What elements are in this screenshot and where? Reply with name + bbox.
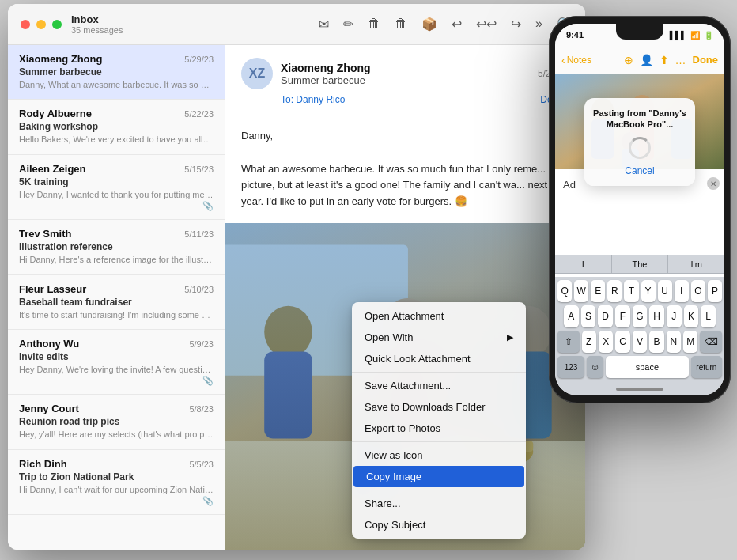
- date-6: 5/8/23: [189, 404, 214, 414]
- key-emoji[interactable]: ☺: [587, 356, 603, 378]
- key-u[interactable]: U: [658, 280, 672, 302]
- key-f[interactable]: F: [615, 305, 630, 327]
- key-k[interactable]: K: [684, 305, 699, 327]
- notes-share-icon[interactable]: ⬆: [660, 54, 669, 66]
- new-message-icon[interactable]: ✉: [319, 17, 329, 32]
- menu-open-attachment[interactable]: Open Attachment: [352, 305, 526, 327]
- sender-row: XZ Xiaomeng Zhong Summer barbecue 5/29/2…: [241, 58, 569, 89]
- email-item-3[interactable]: Trev Smith 5/11/23 Illustration referenc…: [8, 220, 225, 274]
- key-l[interactable]: L: [701, 305, 716, 327]
- key-123[interactable]: 123: [557, 356, 584, 378]
- key-space[interactable]: space: [606, 356, 689, 378]
- detail-meta: Xiaomeng Zhong Summer barbecue: [281, 62, 538, 86]
- delete-icon[interactable]: 🗑: [368, 17, 380, 32]
- keyboard-row-4: 123 ☺ space return: [557, 356, 722, 378]
- menu-share[interactable]: Share...: [352, 493, 526, 514]
- key-s[interactable]: S: [581, 305, 596, 327]
- suggestion-2[interactable]: I'm: [668, 255, 724, 273]
- date-2: 5/15/23: [184, 165, 214, 174]
- key-o[interactable]: O: [691, 280, 705, 302]
- notes-text-line1: Ad: [563, 179, 576, 191]
- notes-more-icon[interactable]: …: [675, 54, 686, 66]
- key-a[interactable]: A: [564, 305, 579, 327]
- key-b[interactable]: B: [649, 331, 663, 353]
- key-n[interactable]: N: [667, 331, 681, 353]
- close-x-button[interactable]: ✕: [707, 177, 720, 190]
- reply-all-icon[interactable]: ↩↩: [476, 17, 497, 32]
- open-with-arrow: ▶: [507, 332, 513, 342]
- notes-checklist-icon[interactable]: ⊕: [624, 54, 633, 66]
- menu-copy-image[interactable]: Copy Image: [353, 466, 524, 487]
- menu-quick-look[interactable]: Quick Look Attachment: [352, 348, 526, 369]
- key-e[interactable]: E: [591, 280, 605, 302]
- key-g[interactable]: G: [633, 305, 648, 327]
- key-p[interactable]: P: [708, 280, 722, 302]
- trash-icon[interactable]: 🗑: [395, 17, 407, 32]
- sender-4: Fleur Lasseur: [19, 283, 86, 295]
- key-r[interactable]: R: [607, 280, 622, 302]
- email-item-0[interactable]: Xiaomeng Zhong 5/29/23 Summer barbecue D…: [8, 45, 225, 100]
- notes-back-button[interactable]: ‹ Notes: [561, 54, 591, 66]
- key-q[interactable]: Q: [557, 280, 572, 302]
- pasting-cancel-button[interactable]: Cancel: [592, 165, 687, 176]
- key-x[interactable]: X: [599, 331, 613, 353]
- menu-save-downloads[interactable]: Save to Downloads Folder: [352, 396, 526, 418]
- keyboard-suggestions: I The I'm: [555, 255, 724, 274]
- divider-1: [352, 372, 526, 373]
- keyboard-row-2: A S D F G H J K L: [557, 305, 722, 327]
- subject-3: Illustration reference: [19, 241, 214, 252]
- detail-sender-name: Xiaomeng Zhong: [281, 62, 538, 74]
- email-item-1[interactable]: Rody Albuerne 5/22/23 Baking workshop He…: [8, 100, 225, 154]
- minimize-button[interactable]: [36, 20, 46, 29]
- menu-save-attachment[interactable]: Save Attachment...: [352, 375, 526, 396]
- key-t[interactable]: T: [624, 280, 638, 302]
- email-item-4[interactable]: Fleur Lasseur 5/10/23 Baseball team fund…: [8, 275, 225, 330]
- iphone-time: 9:41: [566, 30, 584, 40]
- iphone-keyboard: Q W E R T Y U I O P A S D F G: [555, 277, 724, 383]
- subject-7: Trip to Zion National Park: [19, 471, 214, 482]
- forward-icon[interactable]: ↪: [511, 17, 521, 32]
- mail-body: Xiaomeng Zhong 5/29/23 Summer barbecue D…: [8, 45, 585, 550]
- suggestion-1[interactable]: The: [612, 255, 669, 273]
- email-item-6[interactable]: Jenny Court 5/8/23 Reunion road trip pic…: [8, 395, 225, 449]
- key-m[interactable]: M: [683, 331, 697, 353]
- email-image-area: Open Attachment Open With ▶ Quick Look A…: [225, 223, 585, 550]
- greeting: Danny,: [241, 128, 569, 145]
- menu-open-with[interactable]: Open With ▶: [352, 327, 526, 348]
- compose-icon[interactable]: ✏: [343, 17, 353, 32]
- key-w[interactable]: W: [574, 280, 588, 302]
- more-icon[interactable]: »: [535, 17, 542, 32]
- reply-icon[interactable]: ↩: [452, 17, 462, 32]
- key-h[interactable]: H: [649, 305, 664, 327]
- close-button[interactable]: [21, 20, 30, 29]
- pasting-dialog: Pasting from "Danny's MacBook Pro"... Ca…: [584, 98, 695, 186]
- iphone-status-icons: ▌▌▌ 📶 🔋: [670, 31, 713, 40]
- key-v[interactable]: V: [633, 331, 647, 353]
- key-delete[interactable]: ⌫: [700, 331, 722, 353]
- key-z[interactable]: Z: [582, 331, 596, 353]
- email-detail-body: Danny, What an awesome barbecue. It was …: [225, 115, 585, 223]
- maximize-button[interactable]: [52, 20, 62, 29]
- email-item-5[interactable]: Anthony Wu 5/9/23 Invite edits Hey Danny…: [8, 330, 225, 395]
- archive-icon[interactable]: 📦: [421, 17, 437, 32]
- notes-nav-bar: ‹ Notes ⊕ 👤 ⬆ … Done: [555, 46, 724, 74]
- menu-copy-subject[interactable]: Copy Subject: [352, 514, 526, 535]
- key-y[interactable]: Y: [641, 280, 656, 302]
- key-return[interactable]: return: [691, 356, 722, 378]
- key-shift[interactable]: ⇧: [557, 331, 580, 353]
- menu-export-photos[interactable]: Export to Photos: [352, 418, 526, 439]
- traffic-lights: [21, 20, 62, 29]
- menu-view-icon[interactable]: View as Icon: [352, 445, 526, 466]
- email-item-2[interactable]: Aileen Zeigen 5/15/23 5K training Hey Da…: [8, 155, 225, 220]
- notes-done-button[interactable]: Done: [693, 54, 719, 66]
- key-d[interactable]: D: [598, 305, 613, 327]
- suggestion-0[interactable]: I: [555, 255, 612, 273]
- keyboard-row-1: Q W E R T Y U I O P: [557, 280, 722, 302]
- key-c[interactable]: C: [615, 331, 629, 353]
- notes-person-icon[interactable]: 👤: [640, 54, 653, 66]
- key-i[interactable]: I: [675, 280, 689, 302]
- key-j[interactable]: J: [667, 305, 682, 327]
- date-4: 5/10/23: [184, 285, 214, 294]
- email-item-7[interactable]: Rich Dinh 5/5/23 Trip to Zion National P…: [8, 450, 225, 515]
- subject-2: 5K training: [19, 176, 214, 187]
